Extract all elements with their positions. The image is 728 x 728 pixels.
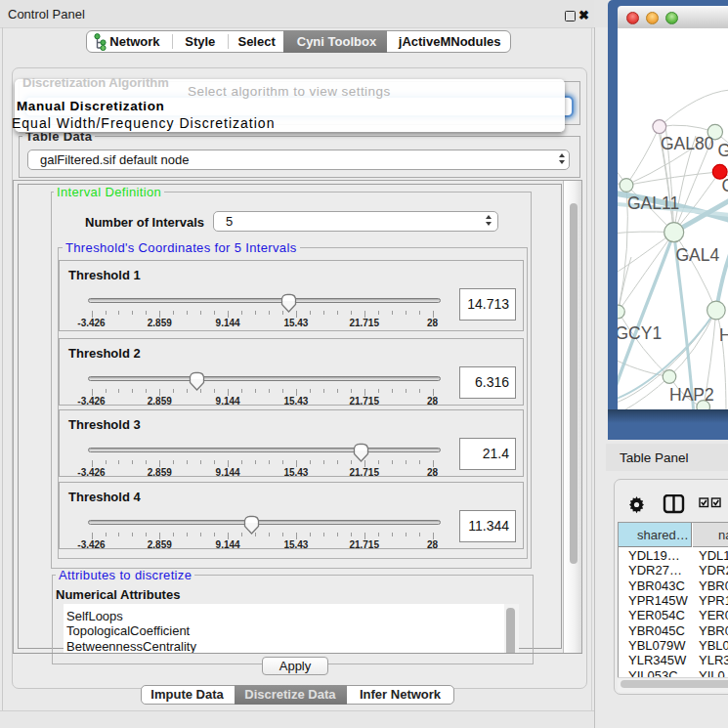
svg-text:C: C bbox=[722, 176, 728, 195]
svg-text:G.: G. bbox=[718, 141, 728, 160]
svg-text:GAL11: GAL11 bbox=[627, 193, 679, 213]
svg-text:HAP2: HAP2 bbox=[669, 385, 714, 405]
svg-text:GAL80: GAL80 bbox=[661, 134, 714, 153]
svg-text:GAL4: GAL4 bbox=[676, 245, 720, 265]
svg-text:GCY1: GCY1 bbox=[618, 323, 662, 343]
svg-text:H: H bbox=[719, 325, 728, 345]
